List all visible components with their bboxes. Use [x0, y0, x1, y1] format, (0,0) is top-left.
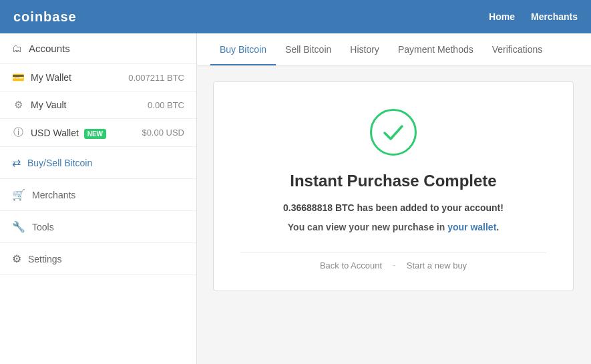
- new-badge: NEW: [84, 129, 106, 139]
- main-layout: 🗂 Accounts 💳 My Wallet 0.007211 BTC ⚙ My…: [0, 33, 591, 364]
- sidebar-item-my-vault[interactable]: ⚙ My Vault 0.00 BTC: [0, 92, 196, 119]
- tab-verifications[interactable]: Verifications: [483, 33, 552, 65]
- main-content: Buy Bitcoin Sell Bitcoin History Payment…: [197, 33, 591, 364]
- usd-icon: ⓘ: [12, 126, 24, 139]
- tab-sell-bitcoin[interactable]: Sell Bitcoin: [276, 33, 341, 65]
- success-subtext: You can view your new purchase in your w…: [240, 222, 546, 232]
- nav-links: Home Merchants: [489, 11, 578, 22]
- sidebar-item-buysell[interactable]: ⇄ Buy/Sell Bitcoin: [0, 147, 196, 179]
- tools-label: Tools: [32, 222, 54, 232]
- sidebar-item-my-wallet[interactable]: 💳 My Wallet 0.007211 BTC: [0, 64, 196, 92]
- tab-payment-methods[interactable]: Payment Methods: [389, 33, 483, 65]
- start-new-buy-link[interactable]: Start a new buy: [407, 260, 467, 270]
- success-actions: Back to Account - Start a new buy: [240, 252, 546, 270]
- success-desc: 0.36688818 BTC has been added to your ac…: [240, 201, 546, 215]
- sidebar-item-merchants[interactable]: 🛒 Merchants: [0, 179, 196, 211]
- logo: coinbase: [13, 9, 489, 25]
- tab-history[interactable]: History: [341, 33, 389, 65]
- sidebar-item-usd-wallet[interactable]: ⓘ USD Wallet NEW $0.00 USD: [0, 119, 196, 147]
- sidebar: 🗂 Accounts 💳 My Wallet 0.007211 BTC ⚙ My…: [0, 33, 197, 364]
- sidebar-item-settings[interactable]: ⚙ Settings: [0, 243, 196, 275]
- action-separator: -: [393, 260, 396, 270]
- success-card: Instant Purchase Complete 0.36688818 BTC…: [213, 81, 574, 291]
- tools-icon: 🔧: [12, 220, 25, 233]
- card-area: Instant Purchase Complete 0.36688818 BTC…: [197, 65, 591, 307]
- wallet-link[interactable]: your wallet: [447, 222, 496, 232]
- nav-home[interactable]: Home: [489, 11, 515, 22]
- vault-label: My Vault: [31, 100, 141, 110]
- success-icon: [370, 109, 417, 156]
- tab-buy-bitcoin[interactable]: Buy Bitcoin: [210, 33, 276, 65]
- accounts-label: Accounts: [29, 43, 70, 54]
- buysell-icon: ⇄: [12, 156, 21, 169]
- settings-label: Settings: [28, 254, 62, 264]
- tabs-bar: Buy Bitcoin Sell Bitcoin History Payment…: [197, 33, 591, 65]
- sidebar-item-tools[interactable]: 🔧 Tools: [0, 211, 196, 243]
- back-to-account-link[interactable]: Back to Account: [320, 260, 382, 270]
- subtext-suffix: .: [496, 222, 499, 232]
- wallet-icon: 💳: [12, 71, 24, 83]
- merchants-label: Merchants: [32, 190, 75, 200]
- subtext-prefix: You can view your new purchase in: [288, 222, 447, 232]
- vault-value: 0.00 BTC: [148, 100, 184, 110]
- wallet-value: 0.007211 BTC: [128, 73, 184, 83]
- nav-merchants[interactable]: Merchants: [531, 11, 578, 22]
- accounts-icon: 🗂: [12, 43, 22, 54]
- settings-icon: ⚙: [12, 252, 21, 265]
- success-title: Instant Purchase Complete: [240, 172, 546, 190]
- wallet-label: My Wallet: [31, 72, 122, 83]
- vault-icon: ⚙: [12, 99, 24, 111]
- usd-wallet-value: $0.00 USD: [142, 128, 184, 138]
- usd-wallet-label: USD Wallet NEW: [31, 128, 135, 138]
- accounts-header: 🗂 Accounts: [0, 33, 196, 64]
- merchants-icon: 🛒: [12, 188, 25, 201]
- buysell-label: Buy/Sell Bitcoin: [27, 158, 92, 168]
- top-nav: coinbase Home Merchants: [0, 0, 591, 33]
- checkmark-icon: [381, 120, 406, 145]
